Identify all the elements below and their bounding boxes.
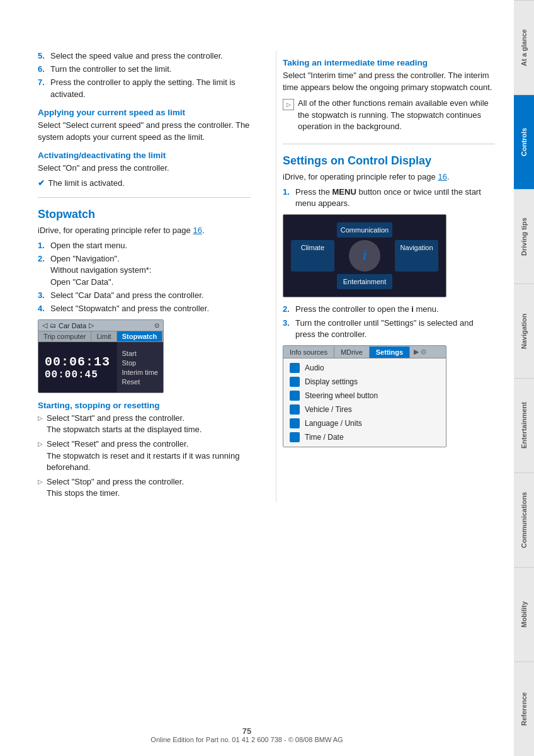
activating-text: Select "On" and press the controller. — [38, 163, 251, 175]
stopwatch-step-2: 2. Open "Navigation". Without navigation… — [38, 253, 251, 288]
settings-screen: Info sources MDrive Settings ▶ ⊙ Audio D… — [283, 345, 446, 447]
right-tabs: At a glance Controls Driving tips Naviga… — [514, 0, 534, 756]
interim-note-row: All of the other functions remain availa… — [283, 98, 495, 137]
section-divider — [38, 197, 251, 198]
tab-reference[interactable]: Reference — [514, 662, 534, 756]
starting-heading: Starting, stopping or resetting — [38, 401, 251, 410]
time-primary: 00:06:13 — [45, 355, 110, 369]
settings-nav-arrow: ▶ ⊙ — [410, 346, 430, 358]
tab-controls[interactable]: Controls — [514, 94, 534, 189]
tab-communications[interactable]: Communications — [514, 472, 534, 567]
settings-heading: Settings on Control Display — [283, 154, 495, 168]
nav-limit: Limit — [91, 331, 116, 341]
display-icon — [290, 377, 300, 387]
settings-step-1: 1. Press the MENU button once or twice u… — [283, 186, 495, 209]
settings-nav-mdrive: MDrive — [334, 346, 370, 358]
screen-menu: Start Stop Interim time Reset — [117, 342, 163, 392]
stopwatch-steps: 1. Open the start menu. 2. Open "Navigat… — [38, 240, 251, 314]
idrive-screen: Communication Climate i Navigation Enter… — [283, 214, 446, 297]
tab-navigation[interactable]: Navigation — [514, 284, 534, 378]
tab-driving-tips[interactable]: Driving tips — [514, 189, 534, 284]
settings-row-time: Time / Date — [283, 430, 446, 444]
settings-nav: Info sources MDrive Settings ▶ ⊙ — [283, 346, 446, 358]
arrow-icon: ▷ — [38, 414, 43, 435]
settings-row-language: Language / Units — [283, 416, 446, 430]
step-5: 5. Select the speed value and press the … — [38, 50, 251, 62]
settings-nav-info: Info sources — [283, 346, 334, 358]
stopwatch-step-3: 3. Select "Car Data" and press the contr… — [38, 290, 251, 301]
language-icon — [290, 418, 300, 428]
page-number: 75 — [0, 726, 494, 736]
settings-step-3: 3. Turn the controller until "Settings" … — [283, 318, 495, 340]
time-secondary: 00:00:45 — [45, 369, 98, 381]
settings-row-vehicle: Vehicle / Tires — [283, 403, 446, 416]
vehicle-icon — [290, 404, 300, 415]
copyright-text: Online Edition for Part no. 01 41 2 600 … — [0, 736, 494, 743]
interim-heading: Taking an intermediate time reading — [283, 58, 495, 67]
bullet-stop: ▷ Select "Stop" and press the controller… — [38, 476, 251, 499]
stopwatch-step-4: 4. Select "Stopwatch" and press the cont… — [38, 303, 251, 314]
applying-heading: Applying your current speed as limit — [38, 108, 251, 117]
interim-text: Select "Interim time" and press the cont… — [283, 70, 495, 94]
right-divider — [283, 144, 495, 144]
bullet-start: ▷ Select "Start" and press the controlle… — [38, 413, 251, 435]
step-6: 6. Turn the controller to set the limit. — [38, 64, 251, 75]
cell-climate: Climate — [291, 240, 334, 272]
screen-body: 00:06:13 00:00:45 Start Stop Interim tim… — [38, 342, 163, 392]
tab-at-a-glance[interactable]: At a glance — [514, 0, 534, 94]
cell-entertainment: Entertainment — [337, 274, 392, 289]
starting-bullets: ▷ Select "Start" and press the controlle… — [38, 413, 251, 499]
time-icon — [290, 432, 300, 442]
menu-stop: Stop — [122, 359, 158, 367]
nav-stopwatch: Stopwatch — [117, 331, 163, 341]
settings-row-steering: Steering wheel button — [283, 389, 446, 403]
step-7: 7. Press the controller to apply the set… — [38, 77, 251, 100]
settings-idrive-ref: iDrive, for operating principle refer to… — [283, 171, 495, 183]
screen-titlebar: ◁ 🗂 Car Data ▷ ⊙ — [38, 320, 163, 331]
steering-icon — [290, 391, 300, 401]
settings-row-display: Display settings — [283, 375, 446, 389]
cell-navigation: Navigation — [395, 240, 438, 272]
stopwatch-idrive-ref: iDrive, for operating principle refer to… — [38, 225, 251, 237]
audio-icon — [290, 363, 300, 373]
settings-step-2: 2. Press the controller to open the i me… — [283, 304, 495, 315]
settings-steps-2: 2. Press the controller to open the i me… — [283, 304, 495, 340]
intro-steps: 5. Select the speed value and press the … — [38, 50, 251, 100]
interim-note: All of the other functions remain availa… — [298, 98, 495, 134]
menu-reset: Reset — [122, 378, 158, 386]
arrow-icon: ▷ — [38, 440, 43, 473]
settings-steps: 1. Press the MENU button once or twice u… — [283, 186, 495, 209]
applying-text: Select "Select current speed" and press … — [38, 120, 251, 144]
menu-interim: Interim time — [122, 369, 158, 376]
arrow-icon: ▷ — [38, 478, 43, 499]
stopwatch-screen: ◁ 🗂 Car Data ▷ ⊙ Trip computer Limit Sto… — [38, 319, 164, 393]
activating-check: ✔ The limit is activated. — [38, 178, 251, 190]
nav-trip: Trip computer — [38, 331, 91, 341]
bullet-reset: ▷ Select "Reset" and press the controlle… — [38, 438, 251, 473]
settings-nav-settings: Settings — [370, 346, 410, 358]
stopwatch-step-1: 1. Open the start menu. — [38, 240, 251, 251]
page-footer: 75 Online Edition for Part no. 01 41 2 6… — [0, 726, 494, 743]
stopwatch-heading: Stopwatch — [38, 208, 251, 221]
play-icon — [283, 99, 294, 110]
activating-heading: Activating/deactivating the limit — [38, 151, 251, 160]
checkmark-icon: ✔ — [38, 178, 45, 188]
tab-entertainment[interactable]: Entertainment — [514, 378, 534, 472]
settings-body: Audio Display settings Steering wheel bu… — [283, 358, 446, 447]
cell-communication: Communication — [337, 222, 392, 238]
tab-mobility[interactable]: Mobility — [514, 567, 534, 662]
menu-start: Start — [122, 350, 158, 357]
idrive-center-button: i — [349, 240, 380, 272]
settings-row-audio: Audio — [283, 361, 446, 375]
screen-nav: Trip computer Limit Stopwatch — [38, 331, 163, 342]
